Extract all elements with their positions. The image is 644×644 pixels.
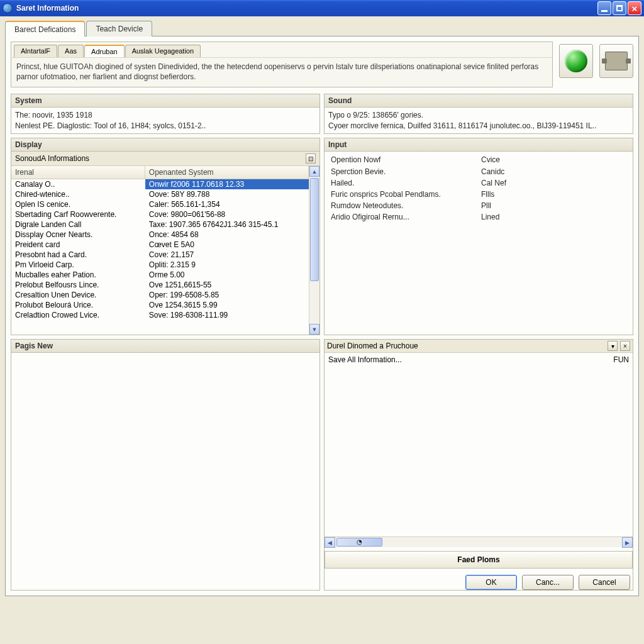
globe-button[interactable] [559,44,593,78]
display-expand-button[interactable]: ⊡ [306,153,316,164]
system-body: The: noovir, 1935 1918 Nenlest PE. Diagl… [11,108,319,133]
cell-name: Creladtion Crowed Lvice. [11,310,145,320]
table-row[interactable]: Pm Virloeid Carp.Opliti: 2.315 9 [11,260,309,270]
table-row[interactable]: Chired-wtenice..Oove: 58Y 89.788 [11,189,309,199]
ok-button[interactable]: OK [465,575,517,590]
input-key: Hailed. [328,177,479,189]
input-value: Plll [479,200,629,211]
table-row[interactable]: Presobnt had a Card.Cove: 21,157 [11,250,309,260]
input-key: Opention Nowf [328,154,479,165]
durel-close-button[interactable]: × [620,341,630,351]
window-title: Saret Information [16,4,597,13]
hscroll-right-button[interactable]: ▶ [622,537,633,548]
list-item[interactable]: Sperction Bevie.Canidc [328,166,629,177]
subtab-aas[interactable]: Aas [58,45,84,57]
minimize-button[interactable] [597,1,611,15]
system-panel: System The: noovir, 1935 1918 Nenlest PE… [11,94,320,134]
info-tabs-box: AlntartalF Aas Adruban Auslak Uegageatio… [11,42,553,87]
display-listview[interactable]: Irenal Openanted System Canalay O..Onwir… [11,166,309,335]
durel-dropdown-label: Durel Dinomed a Pruchoue [327,341,605,350]
save-all-label: Save All Information... [328,355,613,364]
table-row[interactable]: Mucballes eaher Pation.Orme 5.00 [11,270,309,280]
faed-ploms-button[interactable]: Faed Ploms [325,551,633,569]
table-row[interactable]: Sbertading Carf Roowverente.Cove: 9800=0… [11,209,309,219]
cell-name: Pm Virloeid Carp. [11,260,145,270]
save-all-row[interactable]: Save All Information... FUN [325,353,633,367]
display-header: Display [11,138,319,152]
list-item[interactable]: Aridio Ofigiroal Rernu...Lined [328,211,629,223]
list-item[interactable]: Hailed.Cal Nef [328,177,629,189]
titlebar[interactable]: Saret Information × [0,0,644,16]
table-row[interactable]: Prelobut Belfousrs Lince.Ove 1251,6615-5… [11,280,309,290]
scroll-down-button[interactable]: ▼ [309,324,319,335]
dialog-button-row: OK Canc... Cancel [325,575,633,590]
cell-value: Sove: 198-6308-111.99 [145,310,309,320]
system-line-1: The: noovir, 1935 1918 [15,110,316,120]
table-row[interactable]: Canalay O..Onwir f2006 117.0618 12.33 [11,179,309,189]
input-value: Cvice [479,154,629,165]
device-icon [605,52,628,70]
input-value: Fllls [479,189,629,200]
list-item[interactable]: Opention NowfCvice [328,154,629,165]
table-row[interactable]: Digrale Landen CallTaxe: 1907.365 67642J… [11,219,309,230]
hscroll-track[interactable]: ◔ [335,537,622,547]
durel-panel: Durel Dinomed a Pruchoue ▾ × Save All In… [324,339,633,591]
durel-body [325,367,633,536]
hscroll-thumb[interactable]: ◔ [336,538,382,547]
display-columns: Irenal Openanted System [11,166,309,179]
window-buttons: × [597,1,641,15]
info-panels: System The: noovir, 1935 1918 Nenlest PE… [11,94,633,591]
subtab-auslak[interactable]: Auslak Uegageation [125,45,201,57]
input-key: Furic onsprics Pcobal Pendlams. [328,189,479,200]
durel-hscrollbar[interactable]: ◀ ◔ ▶ [325,536,633,547]
cell-name: Cresaltion Unen Device. [11,290,145,300]
close-button[interactable]: × [628,1,641,15]
display-scrollbar[interactable]: ▲ ▼ [309,166,319,335]
table-row[interactable]: Preident cardCœvet E 5A0 [11,240,309,250]
scroll-up-button[interactable]: ▲ [309,166,319,177]
cancel-button[interactable]: Cancel [579,575,630,590]
sound-header: Sound [325,94,633,108]
cell-name: Mucballes eaher Pation. [11,270,145,280]
table-row[interactable]: Dissplay Ocner Nearts.Once: 4854 68 [11,230,309,240]
cell-name: Oplen IS cenice. [11,199,145,209]
input-body: Opention NowfCviceSperction Bevie.Canidc… [325,152,633,225]
durel-dropdown-button[interactable]: ▾ [608,341,618,351]
device-button[interactable] [599,44,633,78]
durel-dropdown-bar: Durel Dinomed a Pruchoue ▾ × [325,340,633,353]
scroll-thumb[interactable] [310,178,319,281]
table-row[interactable]: Oplen IS cenice.Caler: 565.161-1,354 [11,199,309,209]
canc-button[interactable]: Canc... [522,575,574,590]
pagis-panel: Pagis New [11,339,320,591]
input-header: Input [325,138,633,152]
table-row[interactable]: Prolubot Belourá Urice.Ove 1254.3615 5.9… [11,300,309,310]
description-text: Princst, hlue GUITOAh diogined of systen… [11,57,552,87]
pagis-header: Pagis New [11,340,319,353]
cell-name: Preident card [11,240,145,250]
hscroll-left-button[interactable]: ◀ [325,537,335,548]
column-operated-system[interactable]: Openanted System [145,166,309,179]
scroll-track[interactable] [309,177,319,324]
cell-name: Dissplay Ocner Nearts. [11,230,145,240]
cell-value: Opliti: 2.315 9 [145,260,309,270]
table-row[interactable]: Cresaltion Unen Device.Oper: 199-6508-5.… [11,290,309,300]
system-header: System [11,94,319,108]
maximize-button[interactable] [613,1,626,15]
cell-value: Caler: 565.161-1,354 [145,199,309,209]
list-item[interactable]: Rumdow Neteodutes.Plll [328,200,629,211]
column-irenal[interactable]: Irenal [11,166,145,179]
subtab-adruban[interactable]: Adruban [84,45,125,57]
table-row[interactable]: Creladtion Crowed Lvice.Sove: 198-6308-1… [11,310,309,320]
sound-line-2: Cyoer morclive fernica, Duilfed 31611, 8… [328,121,629,131]
tab-barect-defications[interactable]: Barect Defications [5,21,85,36]
subtab-alntartalf[interactable]: AlntartalF [14,45,57,57]
display-rows: Canalay O..Onwir f2006 117.0618 12.33Chi… [11,179,309,328]
input-value: Canidc [479,166,629,177]
tab-teach-devicle[interactable]: Teach Devicle [86,21,152,36]
list-item[interactable]: Furic onsprics Pcobal Pendlams.Fllls [328,189,629,200]
cell-name: Sbertading Carf Roowverente. [11,209,145,219]
display-panel: Display SonoudA Informations ⊡ Irenal Op… [11,138,320,335]
cell-name: Presobnt had a Card. [11,250,145,260]
sub-tabs: AlntartalF Aas Adruban Auslak Uegageatio… [11,42,552,57]
cell-value: Cove: 9800=061'56-88 [145,209,309,219]
